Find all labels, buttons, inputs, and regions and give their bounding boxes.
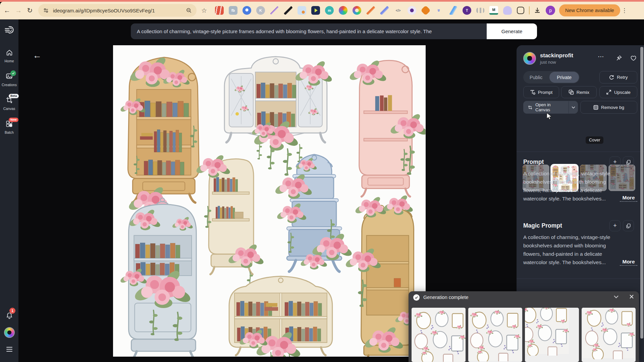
- timestamp: just now: [540, 60, 556, 65]
- screen: ← → ↻ ideogram.ai/g/IDpm8cyeSoOUVso9SEvF…: [0, 0, 644, 362]
- generate-button[interactable]: Generate: [487, 23, 537, 39]
- extensions-puzzle-icon[interactable]: [517, 7, 524, 14]
- sidebar-item-home[interactable]: Home: [0, 49, 18, 63]
- chrome-update-button[interactable]: New Chrome available: [559, 4, 620, 16]
- extension-icon-color-wheel[interactable]: [339, 6, 347, 15]
- toast-collapse-chevron-icon[interactable]: [614, 295, 619, 298]
- notifications-bell[interactable]: 1: [0, 311, 18, 320]
- creations-check-badge: [10, 70, 16, 76]
- extension-icon-eyedropper[interactable]: [284, 6, 292, 15]
- new-generation-thumbnail-3[interactable]: [525, 308, 579, 362]
- extension-icon-stripes[interactable]: [215, 6, 224, 15]
- upscale-icon: [606, 89, 611, 95]
- remove-bg-button[interactable]: Remove bg: [580, 101, 637, 114]
- hamburger-icon: [5, 346, 13, 352]
- back-nav-icon[interactable]: ←: [1, 7, 13, 14]
- forward-nav-icon[interactable]: →: [13, 7, 24, 14]
- extension-icon-ghost[interactable]: [503, 6, 512, 15]
- extension-icon-photo[interactable]: [298, 6, 306, 15]
- back-arrow-button[interactable]: ←: [33, 50, 42, 61]
- sidebar-item-batch[interactable]: New Batch: [0, 120, 18, 134]
- creator-avatar[interactable]: [523, 52, 536, 65]
- retry-button[interactable]: Retry: [599, 71, 637, 83]
- sidebar: Home Creations Beta Canvas: [0, 19, 18, 362]
- download-icon[interactable]: [534, 7, 541, 14]
- reload-icon[interactable]: ↻: [24, 6, 36, 14]
- extension-icon-eye[interactable]: [408, 6, 416, 15]
- batch-new-badge: New: [9, 118, 18, 122]
- cover-tooltip: Cover: [586, 136, 603, 144]
- prompt-button-label: Prompt: [538, 90, 553, 95]
- remix-button[interactable]: Remix: [561, 86, 597, 98]
- browser-profile-avatar[interactable]: p: [546, 6, 555, 15]
- bookshelves-artwork: [113, 45, 426, 357]
- new-generation-thumbnail-2[interactable]: [468, 308, 522, 362]
- extension-icon-chevrons[interactable]: »: [435, 6, 444, 15]
- extension-icon-m[interactable]: m: [325, 6, 334, 15]
- browser-menu-icon[interactable]: ⋮: [622, 7, 627, 14]
- sidebar-item-creations[interactable]: Creations: [0, 72, 18, 87]
- extension-icon-link[interactable]: [380, 6, 389, 15]
- metamask-fox-icon[interactable]: [421, 5, 431, 15]
- canvas-dropdown-chevron[interactable]: [569, 101, 578, 113]
- generated-image[interactable]: [113, 45, 426, 357]
- sidebar-menu-button[interactable]: [0, 346, 18, 354]
- visibility-private-option[interactable]: Private: [549, 72, 579, 83]
- copy-icon: [626, 160, 631, 165]
- bookmark-star-icon[interactable]: ☆: [201, 7, 207, 14]
- sidebar-label-creations: Creations: [0, 83, 18, 87]
- extension-icon-orange-pen[interactable]: [366, 6, 375, 15]
- sidebar-label-batch: Batch: [0, 130, 18, 134]
- success-check-icon: [413, 294, 420, 301]
- retry-label: Retry: [617, 75, 628, 80]
- user-avatar-sidebar[interactable]: [0, 327, 18, 338]
- magic-prompt-more-link[interactable]: More: [620, 259, 637, 266]
- extension-icon-code[interactable]: </>: [394, 6, 402, 15]
- prompt-add-button[interactable]: +: [609, 157, 621, 168]
- magic-prompt-add-button[interactable]: +: [609, 220, 621, 231]
- url-text: ideogram.ai/g/IDpm8cyeSoOUVso9SEvFeg/1: [53, 8, 186, 13]
- prompt-text-icon: [530, 89, 535, 95]
- ideogram-logo-icon[interactable]: [0, 25, 18, 36]
- new-generation-thumbnail-4[interactable]: [582, 308, 636, 362]
- prompt-button[interactable]: Prompt: [523, 86, 559, 98]
- username[interactable]: stackinprofit: [540, 52, 573, 59]
- divider: [517, 279, 644, 279]
- prompt-section-text: A collection of charming, vintage-style …: [523, 169, 624, 203]
- extension-icon-fb[interactable]: fb: [229, 6, 237, 15]
- address-bar[interactable]: ideogram.ai/g/IDpm8cyeSoOUVso9SEvFeg/1: [38, 4, 197, 17]
- extension-icon-bluebird[interactable]: [449, 6, 458, 15]
- extension-icon-blue-circle[interactable]: [243, 6, 251, 15]
- new-generation-thumbnail-1[interactable]: [412, 308, 466, 362]
- canvas-crop-icon: [528, 105, 533, 110]
- upscale-button[interactable]: Upscale: [599, 86, 637, 98]
- remix-icon: [569, 89, 574, 95]
- panel-header: stackinprofit just now ⋯: [523, 52, 637, 65]
- toast-close-icon[interactable]: [629, 294, 634, 299]
- extension-icon-t[interactable]: T: [463, 6, 471, 15]
- sidebar-label-canvas: Canvas: [0, 107, 18, 111]
- pin-icon[interactable]: [615, 55, 622, 61]
- copy-icon: [626, 224, 631, 228]
- magic-prompt-copy-button[interactable]: [623, 220, 634, 231]
- prompt-copy-button[interactable]: [623, 157, 634, 168]
- site-settings-icon[interactable]: [43, 7, 49, 13]
- extension-icon-play[interactable]: [311, 6, 320, 15]
- mouse-cursor: [546, 113, 553, 120]
- extension-icon-mm[interactable]: M: [489, 6, 498, 15]
- extension-icon-k[interactable]: K: [256, 6, 265, 15]
- extension-icon-quill[interactable]: [270, 6, 279, 15]
- magic-prompt-section-title: Magic Prompt: [523, 222, 562, 229]
- prompt-input[interactable]: A collection of charming, vintage-style …: [131, 23, 487, 39]
- scrollbar-thumb[interactable]: [640, 47, 643, 339]
- visibility-public-option[interactable]: Public: [523, 75, 549, 80]
- open-in-canvas-button[interactable]: Open in Canvas: [523, 101, 578, 114]
- extension-icon-bars[interactable]: [476, 8, 484, 13]
- extension-icon-color-ring[interactable]: [353, 6, 361, 15]
- more-options-icon[interactable]: ⋯: [598, 53, 604, 60]
- remix-button-label: Remix: [577, 90, 589, 95]
- prompt-more-link[interactable]: More: [620, 195, 637, 202]
- like-heart-icon[interactable]: [630, 55, 637, 61]
- sidebar-item-canvas[interactable]: Beta Canvas: [0, 96, 18, 111]
- zoom-out-icon[interactable]: [186, 7, 192, 13]
